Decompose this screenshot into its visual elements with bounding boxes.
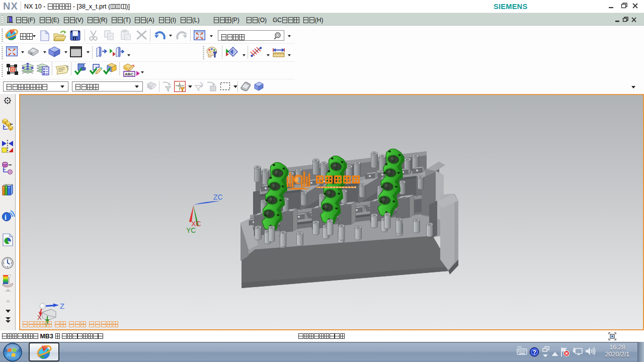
svg-text:i: i [5, 214, 7, 221]
svg-text:?: ? [533, 349, 536, 356]
svg-text:YC: YC [186, 226, 196, 234]
svg-text:ZC: ZC [213, 193, 223, 201]
svg-text:Z: Z [60, 302, 64, 310]
svg-text:ABC: ABC [125, 72, 134, 76]
